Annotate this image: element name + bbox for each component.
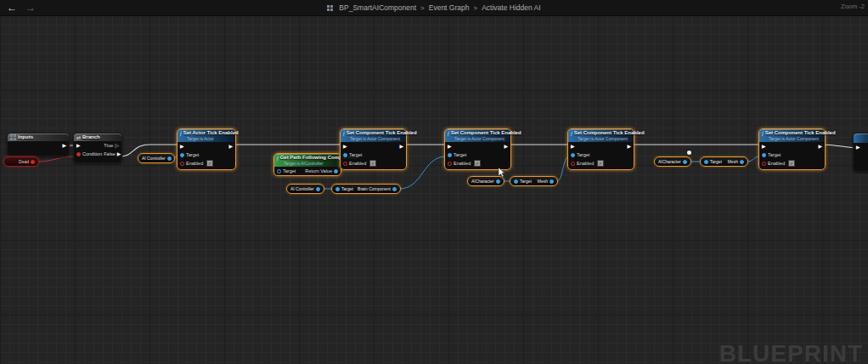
node-get-ai-controller-2[interactable]: AI Controller [286,184,324,194]
variable-label: AICharacter [658,159,681,164]
node-get-path-following-component[interactable]: f Get Path Following Component Target is… [273,153,341,176]
true-pin-label: True [104,143,113,148]
node-header: f Set Component Tick Enabled Target is A… [759,129,825,142]
exec-in-pin[interactable]: ▶ [448,144,452,149]
enabled-pin-label: Enabled [768,161,785,166]
target-pin[interactable] [343,153,347,157]
variable-label: AICharacter [471,179,494,184]
enabled-pin-label: Enabled [186,161,203,166]
target-pin[interactable] [448,153,452,157]
exec-in-pin[interactable]: ▶ [343,144,347,149]
bool-out-pin[interactable] [31,160,35,164]
enabled-checkbox[interactable]: ✓ [206,160,213,167]
target-pin[interactable] [571,153,575,157]
node-header: f Set Component Tick Enabled Target is A… [445,129,510,142]
target-pin-label: Target [577,152,589,157]
node-get-ai-character-2[interactable]: AICharacter [654,156,691,167]
object-out-pin[interactable] [740,160,744,164]
blueprint-grid-icon [327,5,333,11]
false-exec-pin[interactable]: ▶ [117,151,121,156]
node-title: Set Component Tick Enabled [765,130,836,136]
exec-out-pin[interactable]: ▶ [228,144,233,149]
node-get-ai-controller-1[interactable]: AI Controller [138,153,175,163]
breadcrumb-root[interactable]: BP_SmartAIComponent [339,3,416,12]
target-pin-label: Target [341,186,353,191]
node-header: f Set Component Tick Enabled Target is A… [568,129,634,142]
enabled-checkbox[interactable]: ✓ [369,160,376,167]
target-pin[interactable] [762,153,766,157]
exec-out-pin[interactable]: ▶ [818,144,822,149]
node-header: f Set Actor Tick Enabled Target is Actor [178,129,235,142]
enabled-pin[interactable] [571,162,575,166]
target-pin-label: Target [710,159,722,164]
exec-out-pin[interactable]: ▶ [504,144,508,149]
enabled-pin[interactable] [180,162,184,166]
node-subtitle: Target is AIController [277,161,338,166]
enabled-checkbox[interactable]: ✓ [788,160,795,167]
exec-in-pin[interactable]: ▶ [180,144,184,149]
enabled-checkbox[interactable]: ✓ [597,160,604,167]
return-value-label: Return Value [305,168,332,173]
node-title: Inputs [18,134,33,140]
output-label: Mesh [728,159,738,164]
exec-in-pin[interactable]: ▶ [856,145,860,150]
enabled-pin[interactable] [343,162,347,166]
node-title: Branch [82,134,100,140]
target-pin-label: Target [520,179,532,184]
node-title: Set Component Tick Enabled [347,130,417,136]
node-set-component-tick-enabled-4[interactable]: f Set Component Tick Enabled Target is A… [758,128,826,170]
node-get-dead[interactable]: Dead [3,156,39,167]
target-pin[interactable] [514,179,518,184]
pin-hover-marker [687,151,691,155]
target-pin-label: Target [454,152,466,157]
node-set-component-tick-enabled-1[interactable]: f Set Component Tick Enabled Target is A… [340,128,407,170]
enabled-checkbox[interactable]: ✓ [474,160,481,167]
object-out-pin[interactable] [392,187,397,191]
target-pin[interactable] [704,160,708,164]
node-set-component-tick-enabled-2[interactable]: f Set Component Tick Enabled Target is A… [444,128,511,170]
true-exec-pin[interactable]: ▷ [115,143,119,148]
variable-label: AI Controller [290,186,314,191]
node-header: f Set Component Tick Enabled Target is A… [341,129,406,142]
object-out-pin[interactable] [683,160,687,164]
condition-pin[interactable] [76,152,81,156]
enabled-pin[interactable] [762,162,766,166]
node-header: ⇄ Branch [74,134,121,141]
function-icon: f [762,131,764,136]
node-subtitle: Target is Actor Component [571,136,631,141]
enabled-pin-label: Enabled [454,161,471,166]
exec-in-pin[interactable]: ▶ [76,143,81,148]
target-pin[interactable] [277,169,281,173]
object-out-pin[interactable] [550,179,554,184]
enabled-pin-label: Enabled [349,161,366,166]
return-value-pin[interactable] [334,169,338,173]
variable-label: Dead [19,159,29,164]
node-inputs[interactable]: Inputs ▶ [7,133,70,156]
enabled-pin[interactable] [448,162,452,166]
variable-label: AI Controller [142,156,166,161]
object-out-pin[interactable] [167,156,172,161]
node-clipped-right[interactable]: ▶ [853,133,868,172]
node-get-mesh-1[interactable]: Target Mesh [510,176,558,186]
node-set-component-tick-enabled-3[interactable]: f Set Component Tick Enabled Target is A… [567,128,634,170]
node-get-brain-component[interactable]: Target Brain Component [331,184,401,194]
chevron-right-icon: > [420,4,425,12]
object-out-pin[interactable] [496,179,500,184]
target-pin[interactable] [180,153,184,157]
branch-icon: ⇄ [76,135,81,140]
node-get-mesh-2[interactable]: Target Mesh [700,156,748,167]
exec-out-pin[interactable]: ▶ [62,143,66,148]
breadcrumb-page[interactable]: Activate Hidden AI [482,3,540,12]
target-pin-label: Target [768,152,781,157]
node-branch[interactable]: ⇄ Branch ▶ True ▷ Condition False ▶ [73,133,122,163]
bool-wires [37,156,75,162]
exec-in-pin[interactable]: ▶ [762,144,766,149]
exec-in-pin[interactable]: ▶ [571,144,575,149]
wire-layer [0,0,868,364]
breadcrumb-section[interactable]: Event Graph [429,3,470,12]
target-pin[interactable] [335,187,340,191]
object-out-pin[interactable] [316,187,320,191]
node-set-actor-tick-enabled[interactable]: f Set Actor Tick Enabled Target is Actor… [177,128,236,170]
exec-out-pin[interactable]: ▶ [627,144,631,149]
exec-out-pin[interactable]: ▶ [399,144,403,149]
